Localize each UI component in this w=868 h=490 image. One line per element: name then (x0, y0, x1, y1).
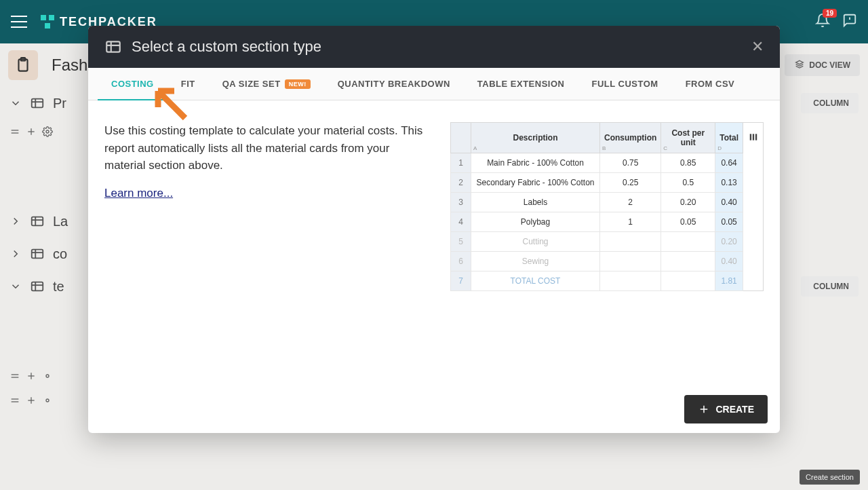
gear-icon[interactable] (42, 371, 53, 381)
plus-icon[interactable] (26, 395, 37, 406)
tab-qa-size-set[interactable]: QA SIZE SET NEW! (209, 68, 324, 100)
plus-icon[interactable] (26, 126, 37, 137)
columns-icon[interactable] (749, 132, 758, 142)
svg-point-32 (46, 399, 49, 402)
table-row: 6Sewing0.40 (451, 252, 764, 271)
table-row: 7TOTAL COST1.81 (451, 271, 764, 291)
svg-rect-2 (32, 99, 43, 108)
modal-header: Select a custom section type ✕ (88, 26, 780, 68)
tab-table-extension[interactable]: TABLE EXTENSION (464, 68, 578, 100)
clipboard-icon (8, 50, 38, 80)
table-row: 4Polybag10.050.05 (451, 212, 764, 232)
svg-rect-40 (752, 134, 753, 140)
svg-rect-36 (106, 41, 120, 52)
svg-rect-18 (32, 282, 43, 291)
drag-icon[interactable] (9, 395, 20, 406)
tab-costing[interactable]: COSTING (98, 68, 167, 100)
chevron-right-icon (9, 248, 22, 260)
menu-icon[interactable] (11, 16, 27, 28)
close-icon[interactable]: ✕ (751, 38, 764, 56)
table-icon (30, 214, 45, 229)
notification-badge: 19 (823, 9, 837, 18)
section-type-modal: Select a custom section type ✕ COSTING F… (88, 26, 780, 433)
new-badge: NEW! (285, 79, 311, 89)
doc-view-button[interactable]: DOC VIEW (785, 54, 860, 76)
notifications-button[interactable]: 19 (815, 13, 830, 31)
table-icon (30, 246, 45, 261)
drag-icon[interactable] (9, 371, 20, 381)
tab-from-csv[interactable]: FROM CSV (672, 68, 749, 100)
create-section-tooltip: Create section (800, 470, 860, 485)
svg-rect-15 (32, 250, 43, 259)
plus-icon[interactable] (26, 371, 37, 381)
help-icon[interactable] (842, 13, 857, 31)
table-row: 3Labels20.200.40 (451, 193, 764, 212)
svg-rect-39 (749, 134, 751, 140)
table-row: 2Secondary Fabric - 100% Cotton0.250.50.… (451, 173, 764, 193)
tab-full-custom[interactable]: FULL CUSTOM (578, 68, 671, 100)
table-icon (104, 38, 122, 56)
new-section-row[interactable]: New section... (0, 487, 868, 490)
learn-more-link[interactable]: Learn more... (104, 187, 173, 200)
add-column-button[interactable]: COLUMN (801, 93, 859, 113)
gear-icon[interactable] (42, 395, 53, 406)
svg-rect-41 (755, 134, 756, 140)
chevron-down-icon (9, 97, 22, 109)
svg-point-27 (46, 375, 49, 377)
table-icon (30, 96, 45, 111)
gear-icon[interactable] (42, 126, 53, 137)
section-description: Use this costing template to calculate y… (104, 122, 430, 174)
chevron-down-icon (9, 280, 22, 293)
svg-point-11 (46, 130, 49, 133)
drag-icon[interactable] (9, 126, 20, 137)
add-column-button[interactable]: COLUMN (801, 276, 859, 297)
table-row: 5Cutting0.20 (451, 232, 764, 252)
tab-quantity-breakdown[interactable]: QUANTITY BREAKDOWN (324, 68, 464, 100)
tab-fit[interactable]: FIT (167, 68, 209, 100)
table-icon (30, 279, 45, 294)
table-row: 1Main Fabric - 100% Cotton0.750.850.64 (451, 153, 764, 173)
modal-tabs: COSTING FIT QA SIZE SET NEW! QUANTITY BR… (88, 68, 780, 100)
create-button[interactable]: CREATE (684, 395, 768, 423)
modal-title: Select a custom section type (132, 38, 321, 56)
svg-rect-12 (32, 217, 43, 226)
preview-table: ADescription BConsumption CCost per unit… (450, 122, 764, 291)
logo-icon (41, 15, 54, 29)
page-title: Fash (52, 56, 87, 75)
chevron-right-icon (9, 215, 22, 227)
